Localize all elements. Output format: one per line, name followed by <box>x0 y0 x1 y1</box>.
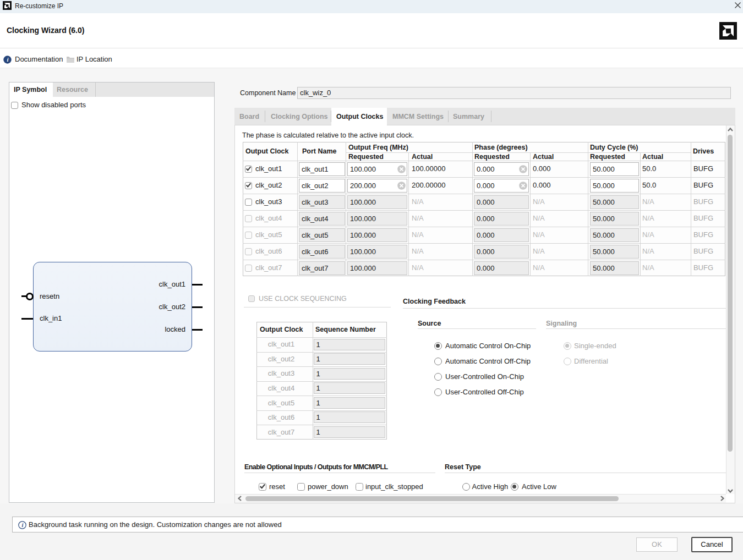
svg-text:i: i <box>22 522 24 528</box>
